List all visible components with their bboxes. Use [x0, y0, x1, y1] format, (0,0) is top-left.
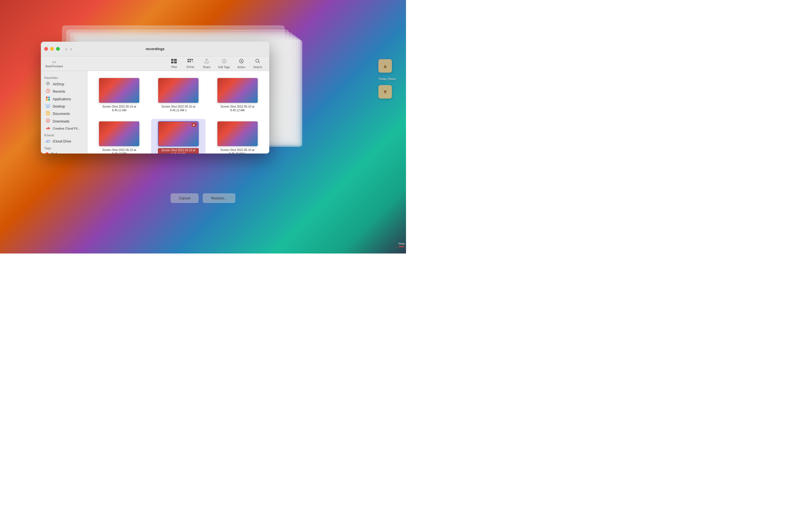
- svg-rect-4: [188, 59, 189, 60]
- action-toolbar-button[interactable]: Action: [234, 57, 248, 70]
- traffic-lights: [44, 47, 60, 51]
- svg-rect-21: [46, 104, 50, 107]
- file-item-6[interactable]: Screen Shot 2022-05-10 at 8.45.18 AM 1: [210, 119, 265, 154]
- sidebar-item-airdrop[interactable]: AirDrop: [42, 80, 86, 88]
- svg-rect-0: [171, 59, 173, 61]
- creative-cloud-icon: [45, 126, 50, 131]
- sidebar-item-tag-red[interactable]: Red: [42, 151, 86, 154]
- airdrop-icon: [45, 82, 50, 87]
- search-label: Search: [253, 66, 262, 69]
- downloads-icon: [45, 119, 50, 124]
- sidebar-item-documents[interactable]: Documents: [42, 110, 86, 117]
- file-name-5: Screen Shot 2022-05-10 at 8.45.18 AM: [158, 148, 199, 154]
- tag-red-dot: [45, 152, 49, 154]
- action-label: Action: [238, 66, 245, 69]
- timeline-now-line: [396, 247, 397, 248]
- window-title: recordings: [146, 47, 164, 51]
- restore-button[interactable]: Restore...: [203, 193, 235, 203]
- airdrop-label: AirDrop: [53, 82, 64, 86]
- nav-buttons: ‹ ›: [64, 46, 73, 52]
- applications-icon: [45, 96, 50, 102]
- sidebar-item-recents[interactable]: Recents: [42, 88, 86, 95]
- minimize-button[interactable]: [50, 47, 54, 51]
- file-name-4: Screen Shot 2022-05-10 at 8.45.17 AM: [99, 148, 140, 154]
- documents-icon: [45, 111, 50, 116]
- svg-rect-8: [190, 61, 191, 62]
- timeline: Today Now: [396, 0, 406, 253]
- file-thumbnail-5: ▶: [158, 121, 199, 147]
- search-icon: [255, 59, 260, 65]
- sidebar-item-applications[interactable]: Applications: [42, 95, 86, 103]
- file-name-6: Screen Shot 2022-05-10 at 8.45.18 AM 1: [217, 148, 258, 154]
- recents-icon: [45, 89, 50, 94]
- group-toolbar-button[interactable]: Group: [183, 58, 197, 69]
- file-item-2[interactable]: Screen Shot 2022-05-10 at 8.45.11 AM 1: [151, 75, 206, 114]
- tag-red-label: Red: [51, 152, 57, 154]
- svg-rect-3: [174, 61, 177, 63]
- finder-titlebar: ‹ › recordings: [41, 42, 269, 56]
- edit-tags-toolbar-button[interactable]: Edit Tags: [216, 57, 232, 70]
- maximize-button[interactable]: [56, 47, 60, 51]
- file-item-5[interactable]: ▶ Screen Shot 2022-05-10 at 8.45.18 AM: [151, 119, 206, 154]
- content-area: Screen Shot 2022-05-10 at 8.45.11 AM Scr…: [87, 71, 269, 154]
- svg-rect-7: [188, 61, 189, 62]
- svg-rect-6: [192, 59, 193, 60]
- sidebar-item-icloud-drive[interactable]: iCloud Drive: [42, 138, 86, 145]
- svg-rect-16: [46, 97, 48, 98]
- file-item-3[interactable]: Screen Shot 2022-05-10 at 8.45.12 AM: [210, 75, 265, 114]
- svg-point-11: [256, 59, 259, 62]
- search-toolbar-button[interactable]: Search: [251, 57, 265, 70]
- view-label: View: [171, 65, 177, 68]
- file-name-3: Screen Shot 2022-05-10 at 8.45.12 AM: [217, 105, 258, 112]
- file-grid: Screen Shot 2022-05-10 at 8.45.11 AM Scr…: [92, 75, 265, 154]
- recents-label: Recents: [53, 90, 65, 94]
- sidebar-item-creative-cloud[interactable]: Creative Cloud Fil...: [42, 125, 86, 132]
- desktop-icon: [45, 104, 50, 109]
- icloud-section-title: iCloud: [41, 132, 87, 138]
- timeline-now: Now: [399, 245, 405, 248]
- favorites-section-title: Favorites: [41, 74, 87, 80]
- sidebar-item-desktop[interactable]: Desktop: [42, 103, 86, 110]
- file-item-1[interactable]: Screen Shot 2022-05-10 at 8.45.11 AM: [92, 75, 147, 114]
- file-item-4[interactable]: Screen Shot 2022-05-10 at 8.45.17 AM: [92, 119, 147, 154]
- icloud-drive-icon: [45, 139, 50, 144]
- svg-line-12: [259, 62, 260, 63]
- close-button[interactable]: [44, 47, 48, 51]
- sidebar: Favorites AirDrop: [41, 71, 87, 154]
- view-toolbar-button[interactable]: View: [167, 58, 181, 69]
- tm-controls: ▲ Today (Now) ▼: [378, 59, 396, 99]
- file-thumbnail-3: [217, 78, 258, 103]
- svg-rect-18: [46, 99, 48, 101]
- finder-body: Favorites AirDrop: [41, 71, 269, 154]
- backforward-toolbar[interactable]: ‹ › Back/Forward: [45, 59, 63, 68]
- action-icon: [239, 59, 244, 65]
- tm-up-button[interactable]: ▲: [378, 59, 392, 73]
- icloud-drive-label: iCloud Drive: [53, 139, 71, 144]
- share-icon: [204, 59, 209, 65]
- share-label: Share: [203, 66, 211, 69]
- svg-rect-2: [171, 61, 173, 63]
- timeline-today: Today: [396, 242, 406, 245]
- file-thumbnail-2: [158, 78, 199, 103]
- applications-label: Applications: [53, 97, 71, 101]
- svg-rect-17: [48, 97, 50, 98]
- tags-section-title: Tags: [41, 145, 87, 151]
- share-toolbar-button[interactable]: Share: [200, 57, 214, 70]
- group-label: Group: [186, 65, 194, 68]
- cancel-button[interactable]: Cancel: [171, 193, 199, 203]
- bottom-bar: Cancel Restore...: [171, 193, 236, 203]
- edit-tags-label: Edit Tags: [218, 66, 230, 69]
- group-icon: [188, 59, 193, 65]
- file-name-2: Screen Shot 2022-05-10 at 8.45.11 AM 1: [158, 105, 199, 112]
- file-thumbnail-4: [99, 121, 140, 147]
- back-button[interactable]: ‹: [64, 46, 68, 52]
- view-icon: [171, 59, 177, 65]
- tm-down-button[interactable]: ▼: [378, 85, 392, 99]
- svg-rect-19: [48, 99, 50, 101]
- forward-button[interactable]: ›: [69, 46, 73, 52]
- documents-label: Documents: [53, 112, 70, 116]
- edit-tags-icon: [221, 59, 227, 65]
- creative-cloud-label: Creative Cloud Fil...: [53, 127, 80, 130]
- sidebar-item-downloads[interactable]: Downloads: [42, 117, 86, 125]
- file-thumbnail-6: [217, 121, 258, 147]
